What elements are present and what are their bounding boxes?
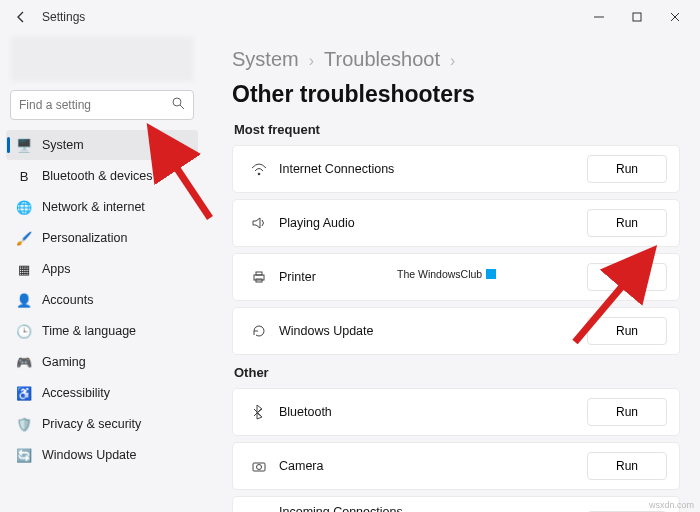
minimize-button[interactable] — [580, 3, 618, 31]
search-box[interactable] — [10, 90, 194, 120]
nav-icon: B — [16, 168, 32, 184]
troubleshooter-row: Incoming ConnectionsFind and fix problem… — [232, 496, 680, 512]
troubleshooter-row: CameraRun — [232, 442, 680, 490]
svg-point-6 — [258, 173, 261, 176]
troubleshooter-title: Camera — [279, 459, 587, 473]
nav-label: System — [42, 138, 84, 152]
nav-label: Accounts — [42, 293, 93, 307]
window-title: Settings — [42, 10, 85, 24]
camera-icon — [245, 459, 273, 473]
troubleshooter-title: Internet Connections — [279, 162, 587, 176]
svg-rect-8 — [256, 272, 262, 275]
update-icon — [245, 324, 273, 338]
nav-label: Windows Update — [42, 448, 137, 462]
nav-label: Accessibility — [42, 386, 110, 400]
svg-point-4 — [173, 98, 181, 106]
nav-icon: 🌐 — [16, 199, 32, 215]
section-heading: Most frequent — [234, 122, 680, 137]
nav-label: Apps — [42, 262, 71, 276]
nav-icon: ▦ — [16, 261, 32, 277]
nav-icon: 🖌️ — [16, 230, 32, 246]
section-heading: Other — [234, 365, 680, 380]
svg-point-11 — [257, 465, 262, 470]
run-button[interactable]: Run — [587, 155, 667, 183]
close-button[interactable] — [656, 3, 694, 31]
breadcrumb: System › Troubleshoot › Other troublesho… — [232, 48, 680, 108]
sidebar-item-accessibility[interactable]: ♿Accessibility — [6, 378, 198, 408]
profile-card[interactable] — [10, 36, 194, 82]
crumb-troubleshoot[interactable]: Troubleshoot — [324, 48, 440, 71]
nav-label: Privacy & security — [42, 417, 141, 431]
run-button[interactable]: Run — [587, 209, 667, 237]
troubleshooter-title: Incoming Connections — [279, 505, 587, 512]
sidebar-item-accounts[interactable]: 👤Accounts — [6, 285, 198, 315]
svg-line-5 — [180, 105, 184, 109]
troubleshooter-title: Windows Update — [279, 324, 587, 338]
sidebar-item-apps[interactable]: ▦Apps — [6, 254, 198, 284]
nav-label: Bluetooth & devices — [42, 169, 153, 183]
nav-icon: 🔄 — [16, 447, 32, 463]
chevron-right-icon: › — [309, 52, 314, 70]
troubleshooter-row: BluetoothRun — [232, 388, 680, 436]
sidebar-item-network-internet[interactable]: 🌐Network & internet — [6, 192, 198, 222]
sidebar-item-privacy-security[interactable]: 🛡️Privacy & security — [6, 409, 198, 439]
sidebar-item-time-language[interactable]: 🕒Time & language — [6, 316, 198, 346]
maximize-button[interactable] — [618, 3, 656, 31]
nav-label: Time & language — [42, 324, 136, 338]
titlebar: Settings — [0, 0, 700, 34]
nav-icon: 🖥️ — [16, 137, 32, 153]
sidebar-item-bluetooth-devices[interactable]: BBluetooth & devices — [6, 161, 198, 191]
run-button[interactable]: Run — [587, 398, 667, 426]
nav-icon: 🕒 — [16, 323, 32, 339]
wifi-icon — [245, 162, 273, 176]
nav-label: Network & internet — [42, 200, 145, 214]
nav-icon: 👤 — [16, 292, 32, 308]
sidebar-item-personalization[interactable]: 🖌️Personalization — [6, 223, 198, 253]
sidebar-item-windows-update[interactable]: 🔄Windows Update — [6, 440, 198, 470]
troubleshooter-row: Internet ConnectionsRun — [232, 145, 680, 193]
run-button[interactable]: Run — [587, 263, 667, 291]
nav-icon: 🎮 — [16, 354, 32, 370]
search-icon — [172, 96, 185, 114]
run-button[interactable]: Run — [587, 452, 667, 480]
crumb-system[interactable]: System — [232, 48, 299, 71]
sidebar-item-gaming[interactable]: 🎮Gaming — [6, 347, 198, 377]
bt-icon — [245, 404, 273, 420]
troubleshooter-title: Bluetooth — [279, 405, 587, 419]
back-button[interactable] — [14, 10, 28, 24]
sidebar-item-system[interactable]: 🖥️System — [6, 130, 198, 160]
printer-icon — [245, 270, 273, 284]
sidebar: 🖥️SystemBBluetooth & devices🌐Network & i… — [0, 34, 204, 512]
attribution: wsxdn.com — [649, 500, 694, 510]
audio-icon — [245, 216, 273, 230]
nav-icon: ♿ — [16, 385, 32, 401]
nav-label: Gaming — [42, 355, 86, 369]
nav-label: Personalization — [42, 231, 127, 245]
troubleshooter-row: Playing AudioRun — [232, 199, 680, 247]
nav-icon: 🛡️ — [16, 416, 32, 432]
run-button[interactable]: Run — [587, 317, 667, 345]
watermark: The WindowsClub — [397, 268, 496, 280]
troubleshooter-title: Playing Audio — [279, 216, 587, 230]
troubleshooter-row: Windows UpdateRun — [232, 307, 680, 355]
svg-rect-1 — [633, 13, 641, 21]
chevron-right-icon: › — [450, 52, 455, 70]
crumb-current: Other troubleshooters — [232, 81, 475, 108]
search-input[interactable] — [19, 98, 172, 112]
